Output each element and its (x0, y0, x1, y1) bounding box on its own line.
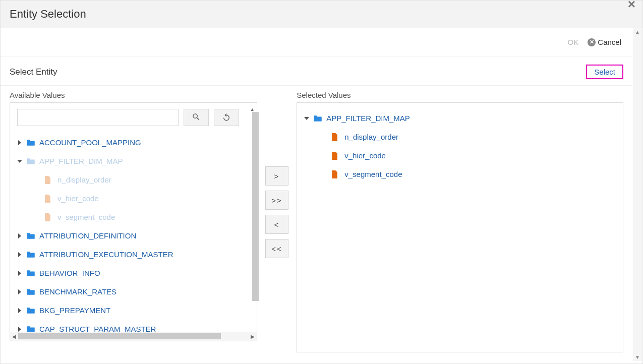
available-tree: ACCOUNT_POOL_MAPPINGAPP_FILTER_DIM_MAPn_… (10, 130, 257, 341)
svg-rect-5 (27, 290, 35, 294)
file-icon (331, 133, 340, 141)
tree-node-label: BENCHMARK_RATES (39, 287, 116, 296)
cancel-label: Cancel (598, 38, 621, 46)
chevron-right-icon[interactable] (17, 233, 22, 238)
cancel-icon: ✕ (588, 38, 596, 46)
undo-icon (222, 112, 231, 123)
available-header: Available Values (10, 91, 257, 99)
chevron-right-icon[interactable] (17, 289, 22, 294)
tree-leaf-label: v_hier_code (344, 151, 386, 160)
available-toolbar (10, 103, 257, 130)
scroll-thumb[interactable] (252, 112, 259, 301)
selected-column: Selected Values APP_FILTER_DIM_MAPn_disp… (297, 91, 623, 352)
file-icon (331, 152, 340, 159)
remove-all-button[interactable]: << (265, 239, 288, 258)
select-entity-label: Select Entity (10, 67, 57, 77)
ok-button[interactable]: OK (568, 38, 579, 46)
folder-icon (26, 157, 35, 165)
available-panel: ACCOUNT_POOL_MAPPINGAPP_FILTER_DIM_MAPn_… (10, 102, 257, 341)
tree-node-label: BKG_PREPAYMENT (39, 306, 110, 315)
folder-icon (313, 114, 322, 122)
chevron-right-icon[interactable] (17, 252, 22, 257)
dialog-body: OK ✕ Cancel Select Entity Select Availab… (1, 28, 642, 361)
scroll-right-icon[interactable]: ▶ (249, 334, 257, 339)
shuttle-columns: Available Values (1, 86, 632, 352)
tree-leaf[interactable]: v_hier_code (304, 146, 616, 165)
remove-button[interactable]: < (265, 215, 288, 234)
chevron-down-icon[interactable] (17, 159, 22, 164)
search-button[interactable] (184, 109, 209, 126)
tree-leaf[interactable]: v_segment_code (304, 165, 616, 184)
selected-panel: APP_FILTER_DIM_MAPn_display_orderv_hier_… (297, 102, 623, 352)
available-column: Available Values (10, 91, 257, 352)
scroll-down-icon[interactable]: ▼ (634, 353, 641, 361)
folder-icon (26, 307, 35, 314)
chevron-down-icon[interactable] (304, 116, 309, 121)
tree-leaf-label: n_display_order (57, 175, 111, 184)
tree-node-label: BEHAVIOR_INFO (39, 269, 100, 277)
chevron-right-icon[interactable] (17, 271, 22, 276)
tree-node[interactable]: BEHAVIOR_INFO (17, 264, 248, 282)
file-icon (44, 176, 53, 184)
tree-node[interactable]: ATTRIBUTION_DEFINITION (17, 226, 248, 245)
tree-node[interactable]: APP_FILTER_DIM_MAP (17, 152, 248, 170)
file-icon (44, 195, 53, 202)
tree-node[interactable]: ACCOUNT_POOL_MAPPING (17, 133, 248, 152)
svg-rect-1 (27, 160, 35, 164)
close-icon[interactable]: × (628, 0, 635, 11)
reset-button[interactable] (214, 109, 239, 126)
svg-rect-0 (27, 141, 35, 145)
add-button[interactable]: > (265, 166, 288, 186)
chevron-right-icon[interactable] (17, 308, 22, 313)
folder-icon (26, 139, 35, 146)
shuttle-buttons: > >> < << (257, 91, 297, 352)
add-all-button[interactable]: >> (265, 191, 288, 210)
tree-leaf-label: v_hier_code (57, 194, 99, 203)
search-input[interactable] (17, 109, 179, 126)
available-scrollbar-vertical[interactable]: ▲ ▼ (249, 107, 256, 337)
scroll-thumb-h[interactable] (18, 333, 221, 339)
tree-node[interactable]: BKG_PREPAYMENT (17, 301, 248, 320)
search-icon (192, 112, 201, 123)
available-scrollbar-horizontal[interactable]: ◀ ▶ (10, 332, 257, 341)
tree-leaf[interactable]: v_hier_code (17, 189, 248, 208)
tree-node[interactable]: ATTRIBUTION_EXECUTION_MASTER (17, 245, 248, 264)
tree-node-label: APP_FILTER_DIM_MAP (326, 114, 410, 123)
tree-node-label: APP_FILTER_DIM_MAP (39, 157, 123, 165)
folder-icon (26, 288, 35, 295)
file-icon (44, 213, 53, 221)
cancel-button[interactable]: ✕ Cancel (588, 38, 621, 46)
tree-leaf[interactable]: n_display_order (17, 170, 248, 189)
tree-leaf-label: v_segment_code (344, 170, 402, 178)
svg-rect-3 (27, 253, 35, 257)
folder-icon (26, 232, 35, 239)
folder-icon (26, 269, 35, 277)
tree-leaf-label: n_display_order (344, 133, 398, 141)
select-entity-row: Select Entity Select (1, 56, 632, 86)
body-scrollbar-vertical[interactable]: ▲ ▼ (633, 28, 642, 361)
selected-tree: APP_FILTER_DIM_MAPn_display_orderv_hier_… (302, 108, 618, 185)
selected-header: Selected Values (297, 91, 623, 99)
tree-node-label: ATTRIBUTION_EXECUTION_MASTER (39, 250, 173, 259)
tree-node[interactable]: BENCHMARK_RATES (17, 282, 248, 301)
svg-rect-6 (27, 309, 35, 313)
tree-leaf-label: v_segment_code (57, 213, 115, 221)
select-button[interactable]: Select (586, 65, 623, 79)
chevron-right-icon[interactable] (17, 140, 22, 145)
tree-leaf[interactable]: v_segment_code (17, 208, 248, 226)
title-bar: Entity Selection (1, 1, 642, 28)
tree-node[interactable]: APP_FILTER_DIM_MAP (304, 109, 616, 128)
svg-rect-4 (27, 272, 35, 276)
entity-selection-dialog: × Entity Selection OK ✕ Cancel Select En… (0, 0, 643, 364)
dialog-actions: OK ✕ Cancel (1, 28, 632, 56)
folder-icon (26, 251, 35, 258)
svg-rect-8 (314, 117, 322, 121)
chevron-right-icon[interactable] (17, 327, 22, 332)
tree-node-label: ATTRIBUTION_DEFINITION (39, 231, 136, 240)
tree-leaf[interactable]: n_display_order (304, 128, 616, 146)
scroll-left-icon[interactable]: ◀ (10, 334, 18, 339)
scroll-up-icon[interactable]: ▲ (250, 107, 255, 112)
file-icon (331, 170, 340, 178)
tree-node-label: ACCOUNT_POOL_MAPPING (39, 138, 141, 147)
scroll-up-icon[interactable]: ▲ (634, 28, 641, 36)
